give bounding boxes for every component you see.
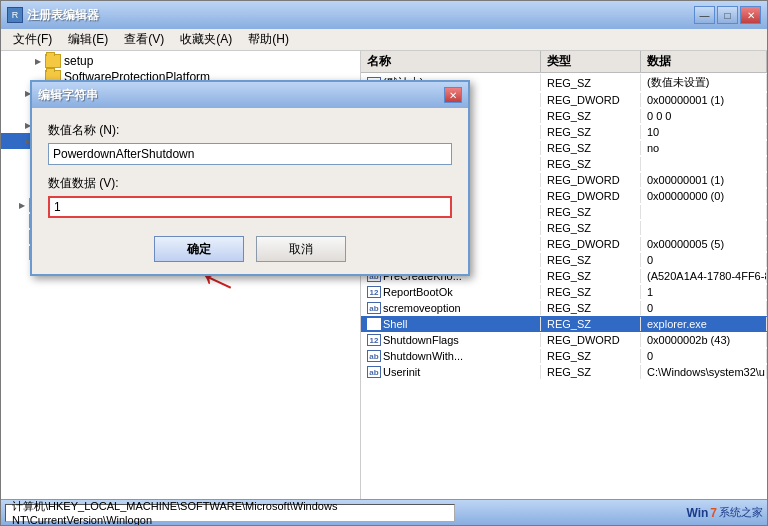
value-data: 0 [641, 349, 767, 363]
values-header: 名称 类型 数据 [361, 51, 767, 73]
value-type: REG_SZ [541, 125, 641, 139]
tree-arrow: ▶ [31, 54, 45, 68]
value-data: no [641, 141, 767, 155]
logo-win: Win [686, 506, 708, 520]
value-data: 1 [641, 285, 767, 299]
value-row[interactable]: abUserinitREG_SZC:\Windows\system32\u [361, 364, 767, 380]
value-data: 0 0 0 [641, 109, 767, 123]
value-data [641, 205, 767, 219]
status-bar: 计算机\HKEY_LOCAL_MACHINE\SOFTWARE\Microsof… [1, 499, 767, 525]
value-name: ShutdownWith... [383, 350, 463, 362]
ok-button[interactable]: 确定 [154, 236, 244, 262]
tree-arrow [15, 214, 29, 228]
value-name: ShutdownFlags [383, 334, 459, 346]
value-type: REG_DWORD [541, 237, 641, 251]
value-type: REG_SZ [541, 157, 641, 171]
value-name: scremoveoption [383, 302, 461, 314]
minimize-button[interactable]: — [694, 6, 715, 24]
value-type: REG_DWORD [541, 333, 641, 347]
value-type: REG_DWORD [541, 173, 641, 187]
status-logo: Win 7 系统之家 [686, 505, 763, 520]
maximize-button[interactable]: □ [717, 6, 738, 24]
tree-arrow: ▶ [15, 198, 29, 212]
value-data: 0x00000005 (5) [641, 237, 767, 251]
app-icon: R [7, 7, 23, 23]
menu-bar: 文件(F) 编辑(E) 查看(V) 收藏夹(A) 帮助(H) [1, 29, 767, 51]
value-data: 0x00000001 (1) [641, 173, 767, 187]
value-data [641, 221, 767, 235]
menu-view[interactable]: 查看(V) [116, 29, 172, 50]
close-button[interactable]: ✕ [740, 6, 761, 24]
value-data: 0x00000001 (1) [641, 93, 767, 107]
value-data: 0x00000000 (0) [641, 189, 767, 203]
data-input[interactable] [48, 196, 452, 218]
value-type: REG_SZ [541, 285, 641, 299]
value-type: REG_SZ [541, 301, 641, 315]
name-input[interactable] [48, 143, 452, 165]
value-type: REG_DWORD [541, 93, 641, 107]
value-data: C:\Windows\system32\u [641, 365, 767, 379]
dialog-body: 数值名称 (N): 数值数据 (V): 确定 取消 [32, 108, 468, 274]
edit-dialog: 编辑字符串 ✕ 数值名称 (N): 数值数据 (V): 确定 取消 [30, 80, 470, 276]
value-row[interactable]: 12ReportBootOkREG_SZ1 [361, 284, 767, 300]
value-data: 0 [641, 301, 767, 315]
value-data: 0x0000002b (43) [641, 333, 767, 347]
tree-arrow [15, 230, 29, 244]
menu-edit[interactable]: 编辑(E) [60, 29, 116, 50]
col-header-data[interactable]: 数据 [641, 51, 767, 72]
col-header-type[interactable]: 类型 [541, 51, 641, 72]
tree-item-setup[interactable]: ▶ setup [1, 53, 360, 69]
value-type: REG_SZ [541, 205, 641, 219]
col-header-name[interactable]: 名称 [361, 51, 541, 72]
value-data: 0 [641, 253, 767, 267]
value-name: ReportBootOk [383, 286, 453, 298]
value-data [641, 157, 767, 171]
name-label: 数值名称 (N): [48, 122, 452, 139]
value-type: REG_SZ [541, 253, 641, 267]
value-row[interactable]: abShutdownWith...REG_SZ0 [361, 348, 767, 364]
value-type: REG_SZ [541, 221, 641, 235]
data-label: 数值数据 (V): [48, 175, 452, 192]
dialog-title-bar: 编辑字符串 ✕ [32, 82, 468, 108]
menu-file[interactable]: 文件(F) [5, 29, 60, 50]
value-type: REG_SZ [541, 141, 641, 155]
value-data: 10 [641, 125, 767, 139]
dialog-close-button[interactable]: ✕ [444, 87, 462, 103]
value-type: REG_SZ [541, 349, 641, 363]
value-type: REG_SZ [541, 109, 641, 123]
value-row[interactable]: 12ShutdownFlagsREG_DWORD0x0000002b (43) [361, 332, 767, 348]
value-type: REG_DWORD [541, 189, 641, 203]
window-controls: — □ ✕ [694, 6, 761, 24]
menu-help[interactable]: 帮助(H) [240, 29, 297, 50]
dialog-buttons: 确定 取消 [48, 236, 452, 262]
cancel-button[interactable]: 取消 [256, 236, 346, 262]
tree-arrow [15, 246, 29, 260]
value-name: Shell [383, 318, 407, 330]
folder-icon [45, 54, 61, 68]
value-data: (数值未设置) [641, 74, 767, 91]
value-type: REG_SZ [541, 269, 641, 283]
value-type: REG_SZ [541, 317, 641, 331]
value-row[interactable]: abShellREG_SZexplorer.exe [361, 316, 767, 332]
value-type: REG_SZ [541, 365, 641, 379]
value-type: REG_SZ [541, 74, 641, 91]
window-title: 注册表编辑器 [27, 7, 694, 24]
value-data: (A520A1A4-1780-4FF6-8 [641, 269, 767, 283]
value-data: explorer.exe [641, 317, 767, 331]
logo-num: 7 [710, 506, 717, 520]
value-row[interactable]: abscremoveoptionREG_SZ0 [361, 300, 767, 316]
title-bar: R 注册表编辑器 — □ ✕ [1, 1, 767, 29]
dialog-title: 编辑字符串 [38, 87, 444, 104]
status-path: 计算机\HKEY_LOCAL_MACHINE\SOFTWARE\Microsof… [5, 504, 455, 522]
logo-site: 系统之家 [719, 505, 763, 520]
value-name: Userinit [383, 366, 420, 378]
menu-favorites[interactable]: 收藏夹(A) [172, 29, 240, 50]
tree-item-label: setup [64, 54, 93, 68]
